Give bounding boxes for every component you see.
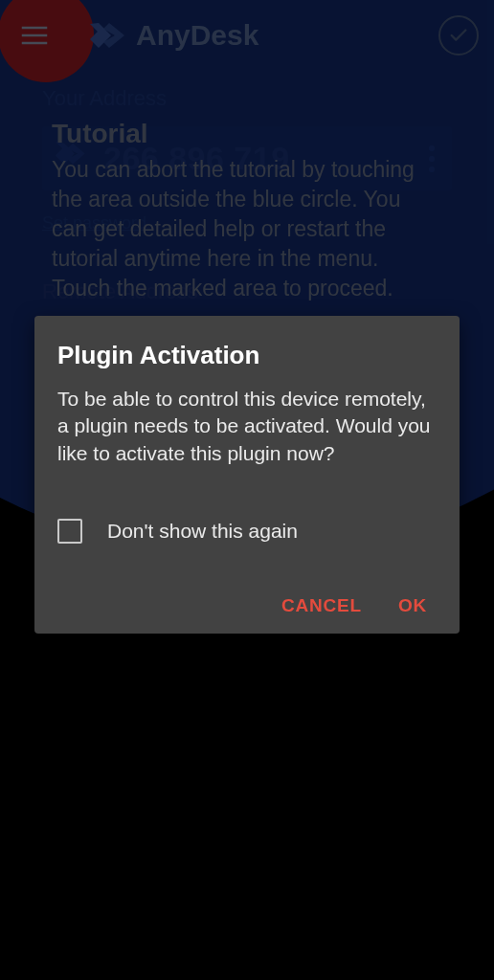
dialog-body: To be able to control this device remote… xyxy=(57,386,437,467)
dont-show-again-row[interactable]: Don't show this again xyxy=(57,519,437,544)
cancel-button[interactable]: CANCEL xyxy=(281,595,362,616)
dont-show-again-checkbox[interactable] xyxy=(57,519,82,544)
plugin-activation-dialog: Plugin Activation To be able to control … xyxy=(34,316,460,634)
dialog-actions: CANCEL OK xyxy=(57,595,437,622)
dont-show-again-label: Don't show this again xyxy=(107,520,298,543)
dialog-title: Plugin Activation xyxy=(57,341,437,370)
ok-button[interactable]: OK xyxy=(398,595,427,616)
